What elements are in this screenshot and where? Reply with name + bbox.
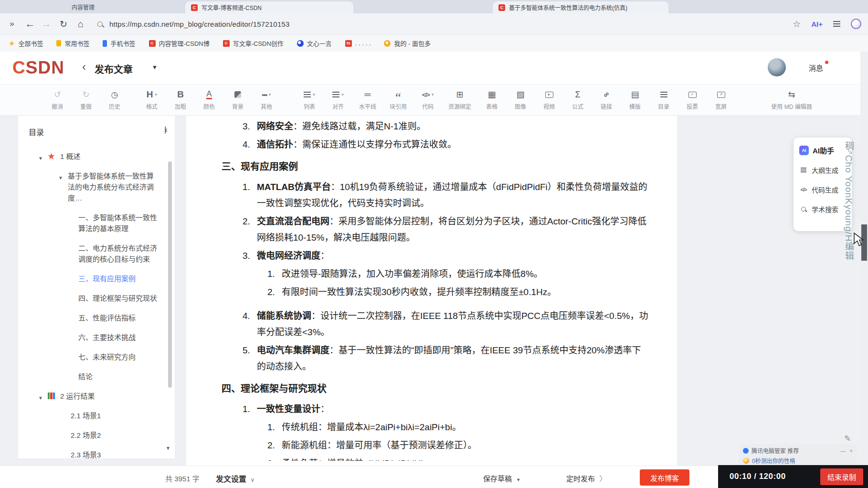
popup-text[interactable]: 0秒测出你的性格 — [752, 456, 795, 465]
toolbar-video-button[interactable]: ▸视频 — [535, 89, 563, 110]
save-draft-button[interactable]: 保存草稿 ▼ — [483, 473, 520, 483]
notification-dot — [825, 61, 828, 64]
toc-item[interactable]: 四、理论框架与研究现状 — [18, 293, 175, 304]
stop-recording-button[interactable]: 结束录制 — [820, 468, 863, 485]
toc-item[interactable]: 结论 — [18, 371, 175, 382]
toolbar-md-button[interactable]: ⇆使用 MD 编辑器 — [758, 89, 825, 110]
toc-item[interactable]: 七、未来研究方向 — [18, 351, 175, 362]
bold-glyph: B — [177, 89, 184, 100]
schedule-publish-button[interactable]: 定时发布 〉 — [566, 473, 606, 483]
pencil-icon[interactable]: ✎ — [844, 434, 851, 444]
bg-glyph — [234, 91, 241, 98]
bookmark-item[interactable]: 51. . . . . — [345, 40, 371, 47]
ai-item-search[interactable]: 学术搜索 — [799, 204, 848, 214]
bookmark-item[interactable]: 常用书签 — [56, 39, 89, 48]
page-title: 发布文章 — [95, 62, 133, 76]
toolbar-table-button[interactable]: ▦表格 — [477, 89, 506, 110]
toc-item[interactable]: 2.2 场景2 — [18, 430, 175, 441]
bookmark-item[interactable]: 手机书签 — [103, 39, 135, 48]
toolbar-template-button[interactable]: ▤模版 — [621, 89, 649, 110]
toolbar-formula-button[interactable]: Σ公式 — [563, 89, 592, 110]
list-bold-lead: 一致性变量设计 — [257, 404, 320, 414]
title-caret-icon[interactable]: ▼ — [152, 64, 158, 71]
toc-toggle-icon[interactable]: ▼ — [38, 393, 43, 403]
toc-item[interactable]: 2.3 场景3 — [18, 449, 175, 460]
toolbar-resource-button[interactable]: ⊞资源绑定 — [442, 89, 477, 110]
align-icon: ▾ — [332, 89, 344, 100]
toolbar-image-button[interactable]: ▧图像 — [506, 89, 535, 110]
color-glyph: A — [206, 90, 212, 99]
toolbar-toc-button[interactable]: 目录 — [649, 89, 678, 110]
toc-item[interactable]: 2.1 场景1 — [18, 410, 175, 421]
editor-content[interactable]: 3.网络安全：避免线路过载，满足N-1准则。4.通信拓扑：需保证连通性以支撑分布… — [186, 116, 677, 466]
bookmark-item[interactable]: ★全部书签 — [9, 39, 43, 48]
toc-panel: 目录 |‹ ▼1 概述▼基于多智能体系统一致性算法的电力系统分布式经济调度…一、… — [18, 116, 175, 458]
reading-list-icon[interactable] — [833, 19, 840, 29]
toolbar-bg-button[interactable]: 背景 — [223, 89, 252, 110]
toolbar-label: 视频 — [543, 102, 555, 110]
publish-blog-button[interactable]: 发布博客 — [640, 469, 689, 486]
toolbar-more-button[interactable]: •••▾其他 — [252, 89, 281, 110]
toolbar-list-button[interactable]: ▾列表 — [295, 89, 324, 110]
toc-item[interactable]: 六、主要技术挑战 — [18, 332, 175, 343]
bookmark-star-icon[interactable]: ☆ — [793, 19, 801, 30]
bookmark-item[interactable]: 文心一言 — [297, 39, 332, 48]
minimize-icon[interactable]: — — [841, 448, 846, 454]
ai-panel-header[interactable]: AI AI助手 — [799, 145, 848, 155]
toolbar-label: 其他 — [261, 102, 272, 110]
toolbar-quote-button[interactable]: “块引用 — [383, 89, 413, 110]
toolbar-align-button[interactable]: ▾对齐 — [324, 89, 352, 110]
toolbar-format-button[interactable]: H▾格式 — [138, 89, 166, 110]
toc-item[interactable]: 五、性能评估指标 — [18, 312, 175, 323]
toc-toggle-icon[interactable]: ▼ — [38, 153, 43, 164]
toc-item[interactable]: 一、多智能体系统一致性算法的基本原理 — [18, 212, 175, 234]
toolbar-widescreen-button[interactable]: ↗宽屏 — [707, 89, 735, 110]
user-avatar[interactable] — [768, 58, 786, 76]
toolbar-undo-button[interactable]: ↺撤消 — [43, 89, 72, 110]
toc-icon — [660, 89, 667, 100]
toc-scrollbar-thumb[interactable] — [168, 161, 172, 388]
back-icon[interactable]: ← — [24, 18, 36, 30]
toolbar-hr-button[interactable]: ═水平线 — [352, 89, 383, 110]
toolbar-redo-button[interactable]: ↻重做 — [72, 89, 100, 110]
close-icon[interactable]: × — [850, 448, 853, 454]
toc-item[interactable]: ▼2 运行结果 — [18, 391, 175, 402]
toolbar-color-button[interactable]: A颜色 — [195, 89, 223, 110]
toc-item[interactable]: ▼基于多智能体系统一致性算法的电力系统分布式经济调度… — [18, 170, 175, 203]
browser-profile-icon[interactable] — [851, 19, 861, 29]
history-glyph: ◷ — [111, 90, 118, 100]
reload-icon[interactable]: ↻ — [57, 19, 70, 30]
back-chevron-icon[interactable]: ‹ — [82, 60, 86, 74]
ai-item-code[interactable]: </>代码生成 — [799, 185, 848, 194]
toc-scroll-down-icon[interactable]: ▼ — [166, 446, 170, 451]
bookmark-item[interactable]: C写文章-CSDN创作 — [223, 39, 284, 48]
url-text[interactable]: https://mp.csdn.net/mp_blog/creation/edi… — [109, 20, 290, 28]
toc-collapse-icon[interactable]: |‹ — [164, 125, 166, 135]
toc-toggle-icon[interactable]: ▼ — [58, 172, 63, 183]
toc-item[interactable]: 三、现有应用案例 — [18, 273, 175, 284]
ai-plus-button[interactable]: AI+ — [811, 20, 823, 28]
list-bold-lead: 网络安全 — [257, 121, 293, 131]
browser-tab[interactable]: C写文章-博客频道-CSDN — [185, 1, 353, 13]
messages-link[interactable]: 消息 — [809, 63, 823, 73]
bookmark-item[interactable]: 我的 - 面包多 — [384, 39, 431, 48]
toolbar-vote-button[interactable]: ✓投票 — [678, 89, 707, 110]
bookmark-item[interactable]: C内容管理-CSDN博 — [149, 39, 210, 48]
extensions-overflow-icon[interactable]: » — [6, 19, 18, 29]
search-icon — [799, 205, 808, 213]
home-icon[interactable]: ⌂ — [74, 19, 87, 30]
publish-settings-button[interactable]: 发文设置 ∨ — [216, 473, 254, 484]
page-scrollbar-track[interactable] — [860, 52, 868, 488]
browser-tab[interactable]: C基于多智能体系统一致性算法的电力系统(仿真) — [493, 1, 668, 13]
toolbar-label: 投票 — [687, 102, 698, 110]
csdn-logo[interactable]: CSDN — [12, 58, 64, 78]
toolbar-link-button[interactable]: ∞链接 — [592, 89, 621, 110]
toc-item[interactable]: 二、电力系统分布式经济调度的核心目标与约束 — [18, 243, 175, 265]
ai-item-outline[interactable]: 大纲生成 — [799, 165, 848, 175]
toolbar-history-button[interactable]: ◷历史 — [100, 89, 129, 110]
tab-fragment[interactable]: 内容管理 — [72, 3, 95, 11]
toc-item[interactable]: ▼1 概述 — [18, 151, 175, 162]
toolbar-bold-button[interactable]: B加粗 — [166, 89, 195, 110]
forward-icon[interactable]: → — [40, 18, 53, 30]
toolbar-code-button[interactable]: </>▾代码 — [413, 89, 442, 110]
